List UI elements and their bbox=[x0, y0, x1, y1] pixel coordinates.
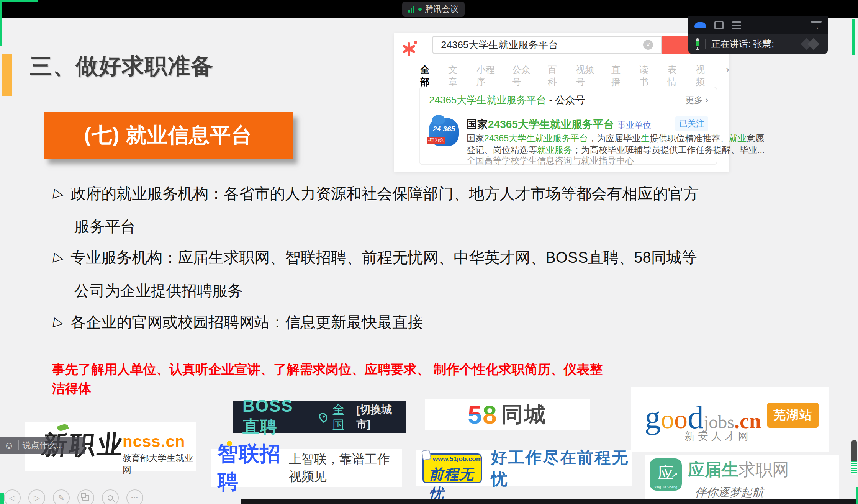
location-pin-icon bbox=[318, 411, 329, 423]
text-segment: ；为高校毕业班辅导员提供工作任务提醒、毕业... bbox=[572, 145, 765, 155]
divider bbox=[429, 111, 707, 111]
share-border-left-bottom bbox=[0, 493, 4, 504]
red-note-line-2: 洁得体 bbox=[52, 380, 91, 398]
boss-switch-city: [切换城市] bbox=[356, 403, 396, 432]
boss-zhipin-logo: BOSS直聘 bbox=[242, 396, 310, 438]
collapse-panel-icon[interactable] bbox=[811, 21, 822, 29]
zhilian-tagline: 上智联，靠谱工作视频见 bbox=[289, 451, 402, 485]
bullet-arrow-icon: ▷ bbox=[52, 314, 65, 331]
yingjiesheng-name: 应届生求职网伴你逐梦起航 bbox=[688, 460, 789, 500]
bullet-1-line-2: 服务平台 bbox=[74, 216, 136, 237]
arrow-icon: ↗ bbox=[671, 470, 678, 480]
text-segment: 就业 bbox=[729, 133, 747, 143]
51job-logo-name: 前程无忧 bbox=[429, 465, 481, 504]
boss-location-link: 全国 bbox=[333, 401, 351, 433]
58-logo-text: 同城 bbox=[501, 400, 547, 429]
meeting-app-label: 腾讯会议 bbox=[425, 3, 458, 15]
emoji-icon[interactable]: ☺ bbox=[4, 440, 14, 452]
followed-badge[interactable]: 已关注 bbox=[675, 116, 708, 131]
58-tongcheng-logo-card: 5 8 同城 bbox=[425, 399, 590, 430]
result-desc-line-2: 登记、岗位精选等就业服务；为高校毕业班辅导员提供工作任务提醒、毕业... bbox=[467, 144, 765, 156]
search-input[interactable]: 24365大学生就业服务平台 × bbox=[432, 36, 662, 54]
section-heading-box: (七) 就业信息平台 bbox=[44, 112, 293, 159]
network-indicator-icon[interactable] bbox=[694, 22, 706, 28]
speaking-status-row: 正在讲话: 张慧; bbox=[688, 34, 828, 54]
yjs-icon-caption: Ying Jie Sheng bbox=[650, 485, 682, 489]
share-border-right-top bbox=[852, 19, 855, 55]
hand-icon bbox=[421, 449, 431, 460]
screen-share-view: 腾讯会议 三、做好求职准备 (七) 就业信息平台 ▷政府的就业服务机构：各省市的… bbox=[0, 0, 858, 504]
clear-search-icon[interactable]: × bbox=[643, 40, 653, 50]
meeting-panel-toolbar bbox=[688, 16, 828, 34]
previous-slide-button[interactable]: ◁ bbox=[4, 489, 21, 504]
text-segment: ，为应届毕业 bbox=[588, 133, 641, 143]
yingjiesheng-text: 应届生求职网伴你逐梦起航 www.yingjiesheng.com bbox=[688, 458, 839, 499]
bullet-arrow-icon: ▷ bbox=[52, 249, 65, 266]
text-segment: 就业服务 bbox=[537, 145, 572, 155]
goodjobs-g: g bbox=[645, 399, 661, 436]
yjs-name-gray: 求职网 bbox=[738, 460, 789, 479]
slides-icon bbox=[82, 495, 89, 501]
more-options-button[interactable]: ••• bbox=[126, 489, 143, 504]
58-logo-digit-5: 5 bbox=[468, 400, 482, 429]
result-desc-line-1: 国家24365大学生就业服务平台，为应届毕业生提供职位精准推荐、就业意愿 bbox=[467, 133, 764, 144]
tabs-overflow-chevron-icon[interactable]: › bbox=[726, 64, 729, 93]
chat-input-overlay[interactable]: ☺ 说点什么... bbox=[0, 437, 85, 454]
text-segment: 意愿 bbox=[747, 133, 764, 143]
zoom-button[interactable] bbox=[102, 489, 119, 504]
yjs-name-green: 应届生 bbox=[688, 460, 738, 479]
more-label: 更多 bbox=[685, 95, 703, 105]
51job-badge: www.51job.com 前程无忧 bbox=[422, 453, 482, 483]
51job-url: www.51job.com bbox=[433, 455, 482, 463]
text-segment: 生 bbox=[641, 133, 650, 143]
text-segment: 24365大学生就业服务平台 bbox=[484, 133, 588, 143]
result-title-green: 24365大学生就业服务平台 bbox=[488, 118, 614, 130]
more-link[interactable]: 更多 › bbox=[685, 94, 708, 106]
ncss-subtitle: 教育部大学生就业网 bbox=[123, 452, 196, 476]
result-title[interactable]: 国家24365大学生就业服务平台事业单位 bbox=[467, 117, 651, 132]
bullet-arrow-icon: ▷ bbox=[52, 185, 65, 202]
microphone-icon[interactable] bbox=[694, 38, 701, 50]
account-avatar[interactable]: 24 365 -职为你 bbox=[429, 118, 459, 146]
avatar-number: 24 365 bbox=[429, 125, 459, 133]
meeting-app-pill: 腾讯会议 bbox=[402, 2, 465, 17]
ellipsis-icon: ••• bbox=[131, 495, 139, 501]
goodjobs-station-badge: 芜湖站 bbox=[767, 403, 819, 428]
list-icon[interactable] bbox=[732, 21, 741, 29]
annotate-button[interactable]: ✎ bbox=[53, 489, 70, 504]
58-logo-digit-8: 8 bbox=[483, 400, 497, 429]
red-note-line-1: 事先了解用人单位、认真听企业宣讲、了解需求岗位、应聘要求、 制作个性化求职简历、… bbox=[52, 361, 603, 378]
result-section-title-suffix: - 公众号 bbox=[546, 94, 585, 106]
speaking-label: 正在讲话: 张慧; bbox=[711, 38, 774, 50]
divider bbox=[705, 39, 706, 49]
window-icon[interactable] bbox=[714, 21, 724, 29]
51job-logo-card: www.51job.com 前程无忧 好工作尽在前程无忧 bbox=[416, 450, 632, 486]
bullet-2-line-1: ▷专业服务机构：应届生求职网、智联招聘、前程无忧网、中华英才网、BOSS直聘、5… bbox=[54, 247, 697, 268]
bullet-1-text: 政府的就业服务机构：各省市的人力资源和社会保障部门、地方人才市场等都会有相应的官… bbox=[70, 185, 699, 202]
search-result-card[interactable]: 24365大学生就业服务平台 - 公众号 更多 › 24 365 -职为你 国家… bbox=[419, 87, 717, 165]
goodjobs-logo-card: goodjobs.cn 新安人才网 芜湖站 bbox=[631, 387, 829, 452]
ncss-domain: ncss.cn bbox=[123, 432, 185, 451]
zhilian-logo-card: 智联招聘 上智联，靠谱工作视频见 bbox=[211, 449, 402, 487]
recording-dot-icon bbox=[418, 8, 422, 11]
next-slide-button[interactable]: ▷ bbox=[28, 489, 45, 504]
result-section-title-green: 24365大学生就业服务平台 bbox=[429, 94, 546, 106]
magnifier-icon bbox=[108, 495, 113, 501]
bottom-taskbar bbox=[241, 499, 858, 504]
section-heading-label: (七) 就业信息平台 bbox=[84, 121, 252, 149]
slide-title: 三、做好求职准备 bbox=[30, 51, 214, 81]
share-border-left bbox=[0, 0, 2, 46]
meeting-watermark-icon bbox=[800, 38, 822, 51]
signal-bars-icon bbox=[408, 6, 414, 13]
slides-overview-button[interactable] bbox=[77, 489, 94, 504]
text-segment: 登记、岗位精选等 bbox=[467, 145, 537, 155]
text-segment: 提供职位精准推荐、 bbox=[650, 133, 729, 143]
zhilian-logo: 智联招聘 bbox=[218, 440, 287, 496]
next-icon: ▷ bbox=[34, 493, 39, 502]
result-section-title: 24365大学生就业服务平台 - 公众号 bbox=[429, 93, 585, 107]
org-badge: 事业单位 bbox=[617, 120, 651, 130]
result-title-prefix: 国家 bbox=[467, 118, 488, 130]
bullet-2-text: 专业服务机构：应届生求职网、智联招聘、前程无忧网、中华英才网、BOSS直聘、58… bbox=[70, 249, 697, 266]
presentation-toolbar: ◁ ▷ ✎ ••• bbox=[4, 489, 143, 504]
meeting-float-panel: 正在讲话: 张慧; bbox=[688, 16, 828, 54]
